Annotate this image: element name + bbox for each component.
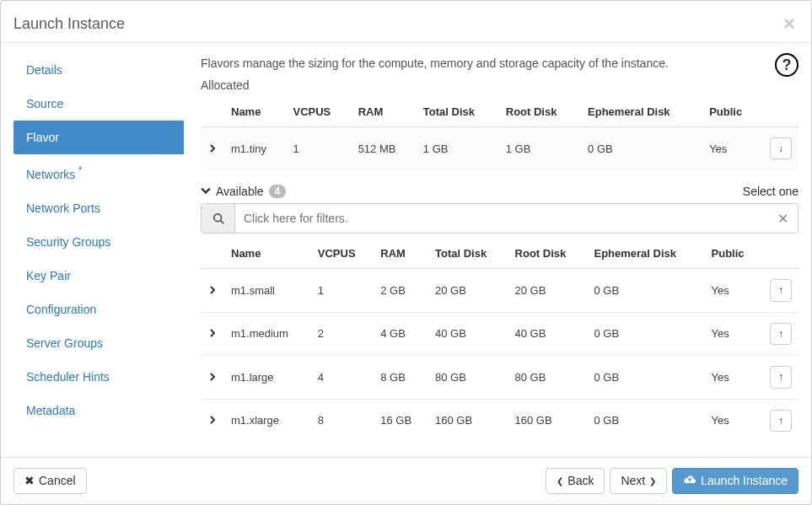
col-total-disk: Total Disk — [417, 97, 499, 127]
col-total-disk: Total Disk — [428, 239, 508, 269]
cell-public: Yes — [702, 127, 761, 170]
cell-ram: 4 GB — [374, 312, 428, 355]
col-ram: RAM — [374, 239, 428, 269]
panel-description: Flavors manage the sizing for the comput… — [201, 56, 765, 70]
svg-point-0 — [213, 214, 221, 222]
sidebar-item-networks[interactable]: Networks * — [13, 154, 184, 191]
cell-vcpus: 2 — [311, 312, 374, 355]
modal-footer: ✖ Cancel ❮ Back Next ❯ Launch Instance — [1, 457, 811, 504]
available-header: Available 4 Select one — [201, 185, 799, 198]
col-name: Name — [224, 239, 311, 269]
modal-title: Launch Instance — [13, 15, 780, 33]
cell-public: Yes — [705, 312, 761, 355]
cell-total-disk: 160 GB — [428, 399, 508, 442]
cell-ram: 16 GB — [374, 399, 428, 442]
allocate-button[interactable]: ↑ — [770, 279, 792, 301]
col-vcpus: VCPUS — [311, 239, 374, 269]
sidebar-item-security-groups[interactable]: Security Groups — [13, 225, 184, 259]
cell-root-disk: 1 GB — [499, 127, 581, 170]
cloud-upload-icon — [683, 474, 696, 488]
chevron-left-icon: ❮ — [557, 476, 563, 486]
table-row: m1.xlarge816 GB160 GB160 GB0 GBYes↑ — [201, 399, 799, 442]
chevron-down-icon[interactable] — [201, 185, 211, 198]
next-button[interactable]: Next ❯ — [610, 468, 667, 494]
sidebar-item-server-groups[interactable]: Server Groups — [13, 326, 184, 360]
allocate-button[interactable]: ↑ — [770, 323, 792, 345]
cancel-icon: ✖ — [24, 474, 35, 488]
sidebar-item-scheduler-hints[interactable]: Scheduler Hints — [13, 360, 184, 394]
col-root-disk: Root Disk — [508, 239, 588, 269]
back-button[interactable]: ❮ Back — [546, 468, 605, 494]
deallocate-button[interactable]: ↓ — [770, 137, 792, 159]
cell-total-disk: 40 GB — [428, 312, 508, 355]
cell-ephemeral-disk: 0 GB — [581, 127, 702, 170]
allocate-button[interactable]: ↑ — [770, 410, 792, 432]
cell-name: m1.small — [224, 269, 311, 312]
col-vcpus: VCPUS — [286, 97, 351, 127]
cell-ephemeral-disk: 0 GB — [587, 399, 704, 442]
sidebar-item-key-pair[interactable]: Key Pair — [13, 259, 184, 293]
modal-header: Launch Instance × — [1, 1, 811, 43]
cell-ram: 8 GB — [374, 356, 428, 399]
clear-filter-icon[interactable]: ✕ — [767, 204, 798, 233]
arrow-up-icon: ↑ — [778, 415, 783, 427]
cell-root-disk: 20 GB — [508, 269, 588, 312]
cell-root-disk: 160 GB — [508, 399, 588, 442]
available-table-head: Name VCPUS RAM Total Disk Root Disk Ephe… — [201, 239, 799, 269]
sidebar-item-metadata[interactable]: Metadata — [13, 394, 184, 427]
table-row: m1.small12 GB20 GB20 GB0 GBYes↑ — [201, 269, 799, 312]
table-row: m1.medium24 GB40 GB40 GB0 GBYes↑ — [201, 312, 799, 355]
sidebar-item-source[interactable]: Source — [13, 87, 184, 121]
help-icon[interactable]: ? — [775, 53, 799, 77]
cell-public: Yes — [705, 269, 761, 312]
allocated-table-head: Name VCPUS RAM Total Disk Root Disk Ephe… — [201, 97, 799, 127]
cell-name: m1.large — [224, 356, 311, 399]
cell-root-disk: 80 GB — [508, 356, 588, 399]
expand-row-icon[interactable] — [201, 127, 224, 170]
expand-row-icon[interactable] — [201, 312, 224, 355]
cancel-button[interactable]: ✖ Cancel — [13, 468, 87, 494]
select-hint: Select one — [743, 185, 799, 198]
cell-public: Yes — [705, 399, 761, 442]
cell-total-disk: 20 GB — [428, 269, 508, 312]
flavor-panel: ? Flavors manage the sizing for the comp… — [192, 53, 799, 457]
expand-row-icon[interactable] — [201, 269, 224, 312]
col-ephemeral-disk: Ephemeral Disk — [581, 97, 702, 127]
sidebar-item-details[interactable]: Details — [13, 53, 184, 87]
filter-input[interactable] — [235, 204, 767, 233]
available-label: Available — [216, 185, 264, 198]
cell-root-disk: 40 GB — [508, 312, 588, 355]
wizard-sidebar: DetailsSourceFlavorNetworks *Network Por… — [13, 53, 192, 457]
expand-row-icon[interactable] — [201, 399, 224, 442]
close-icon[interactable]: × — [780, 13, 799, 34]
table-row: m1.large48 GB80 GB80 GB0 GBYes↑ — [201, 356, 799, 399]
allocated-table: Name VCPUS RAM Total Disk Root Disk Ephe… — [201, 97, 799, 169]
expand-row-icon[interactable] — [201, 356, 224, 399]
col-public: Public — [705, 239, 761, 269]
arrow-up-icon: ↑ — [778, 328, 783, 340]
sidebar-item-flavor[interactable]: Flavor — [13, 121, 184, 154]
cell-ephemeral-disk: 0 GB — [587, 356, 704, 399]
svg-line-1 — [220, 221, 223, 224]
search-icon[interactable] — [202, 204, 235, 233]
cell-name: m1.xlarge — [224, 399, 311, 442]
modal-body: DetailsSourceFlavorNetworks *Network Por… — [1, 43, 811, 457]
cell-name: m1.medium — [224, 312, 311, 355]
allocated-label: Allocated — [201, 78, 799, 92]
allocate-button[interactable]: ↑ — [770, 366, 792, 388]
arrow-down-icon: ↓ — [778, 142, 783, 154]
col-ram: RAM — [352, 97, 417, 127]
cell-total-disk: 80 GB — [428, 356, 508, 399]
cell-name: m1.tiny — [224, 127, 286, 170]
col-name: Name — [224, 97, 286, 127]
sidebar-item-network-ports[interactable]: Network Ports — [13, 191, 184, 225]
cell-vcpus: 8 — [311, 399, 374, 442]
col-ephemeral-disk: Ephemeral Disk — [587, 239, 704, 269]
sidebar-item-configuration[interactable]: Configuration — [13, 293, 184, 326]
available-count-badge: 4 — [269, 185, 287, 198]
launch-instance-button[interactable]: Launch Instance — [672, 468, 799, 494]
arrow-up-icon: ↑ — [778, 284, 783, 296]
chevron-right-icon: ❯ — [649, 476, 656, 486]
cell-vcpus: 1 — [311, 269, 374, 312]
arrow-up-icon: ↑ — [778, 371, 783, 383]
